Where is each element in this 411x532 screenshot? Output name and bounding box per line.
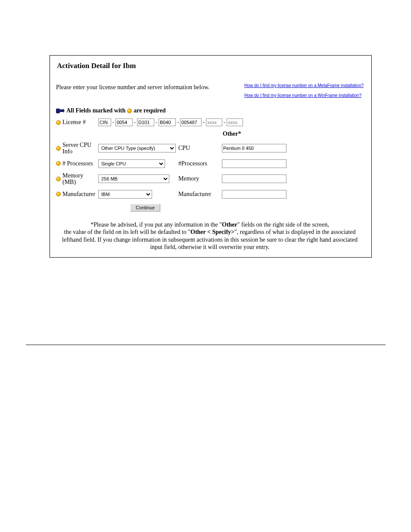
license-seg7-input[interactable] — [227, 118, 243, 126]
license-seg1-input[interactable] — [98, 118, 111, 126]
license-dash: - — [112, 119, 115, 126]
cpu-select[interactable]: Other CPU Type (specify) — [98, 144, 176, 152]
manufacturer-select[interactable]: IBM — [98, 190, 152, 199]
license-dash: - — [223, 119, 226, 126]
page-divider — [26, 345, 386, 345]
label-processors: # Processors — [56, 160, 96, 167]
label-manufacturer-text: Manufacturer — [62, 191, 95, 198]
required-bullet-icon — [127, 109, 132, 113]
svg-point-2 — [128, 109, 130, 111]
required-text-prefix: All Fields marked with — [66, 107, 125, 114]
processors-select[interactable]: Single CPU — [98, 159, 165, 168]
required-bullet-icon — [56, 161, 61, 166]
license-dash: - — [202, 119, 205, 126]
svg-point-10 — [57, 177, 59, 179]
svg-point-11 — [56, 192, 61, 196]
required-notice: All Fields marked with are required — [56, 107, 364, 114]
license-seg4-input[interactable] — [159, 118, 176, 126]
mid-label-memory: Memory — [178, 175, 219, 182]
cpu-other-input[interactable] — [222, 144, 286, 152]
label-cpu-text: Server CPU Info — [62, 142, 96, 155]
required-bullet-icon — [56, 177, 61, 181]
svg-point-8 — [57, 162, 59, 164]
svg-point-4 — [57, 121, 59, 122]
label-memory: Memory (MB) — [56, 172, 96, 186]
license-dash: - — [177, 119, 179, 126]
svg-point-6 — [57, 147, 59, 148]
mid-label-cpu: CPU — [178, 145, 219, 152]
license-seg5-input[interactable] — [180, 118, 202, 126]
label-license-text: License # — [62, 119, 86, 126]
label-manufacturer: Manufacturer — [56, 191, 96, 198]
svg-point-12 — [57, 193, 59, 194]
label-memory-text: Memory (MB) — [62, 172, 96, 186]
required-bullet-icon — [56, 120, 61, 125]
required-bullet-icon — [56, 192, 61, 196]
continue-button[interactable]: Continue — [130, 204, 160, 212]
license-dash: - — [155, 119, 158, 126]
hand-point-icon — [56, 108, 65, 114]
page-title: Activation Detail for Ibm — [57, 62, 364, 70]
svg-point-3 — [56, 120, 61, 124]
link-metaframe-help[interactable]: How do I find my license number on a Met… — [244, 83, 364, 88]
memory-select[interactable]: 256 MB — [98, 174, 169, 183]
memory-other-input[interactable] — [222, 174, 286, 183]
svg-point-7 — [56, 162, 61, 166]
mid-label-manufacturer: Manufacturer — [178, 191, 219, 198]
svg-point-1 — [128, 109, 132, 113]
link-winframe-help[interactable]: How do I find my license number on a Win… — [244, 93, 364, 98]
instruction-text: Please enter your license number and ser… — [56, 83, 209, 91]
required-text-suffix: are required — [134, 107, 165, 114]
license-seg6-input[interactable] — [206, 118, 222, 126]
svg-point-5 — [56, 146, 61, 150]
license-dash: - — [134, 119, 136, 126]
svg-rect-0 — [56, 109, 60, 113]
required-bullet-icon — [56, 146, 61, 151]
license-seg2-input[interactable] — [115, 118, 133, 126]
manufacturer-other-input[interactable] — [222, 190, 286, 199]
label-processors-text: # Processors — [62, 160, 93, 167]
processors-other-input[interactable] — [222, 159, 286, 168]
mid-label-processors: #Processors — [178, 160, 219, 167]
svg-point-9 — [56, 177, 61, 181]
footnote-text: *Please be advised, if you put any infor… — [56, 221, 364, 251]
label-license: License # — [56, 119, 96, 126]
other-column-header: Other* — [222, 131, 289, 137]
label-cpu: Server CPU Info — [56, 142, 96, 155]
activation-panel: Activation Detail for Ibm Please enter y… — [50, 55, 372, 258]
license-seg3-input[interactable] — [137, 118, 154, 126]
